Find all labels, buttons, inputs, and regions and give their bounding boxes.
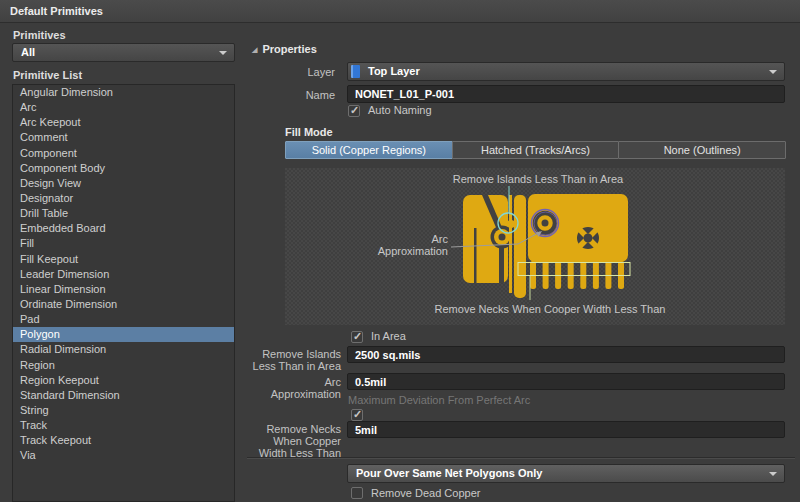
properties-section-header[interactable]: ◢Properties	[252, 43, 317, 55]
annotation-remove-islands: Remove Islands Less Than in Area	[453, 173, 624, 185]
primitives-label: Primitives	[13, 29, 66, 41]
list-item[interactable]: Design View	[13, 176, 234, 191]
primitives-filter-dropdown[interactable]: All	[12, 43, 235, 62]
list-item[interactable]: Track	[13, 418, 234, 433]
primitive-list-label: Primitive List	[13, 69, 82, 81]
chevron-down-icon	[769, 472, 777, 476]
in-area-checkbox[interactable]	[351, 331, 363, 343]
list-item[interactable]: Embedded Board	[13, 221, 234, 236]
in-area-label: In Area	[371, 330, 406, 342]
collapse-triangle-icon: ◢	[252, 46, 257, 53]
name-label: Name	[250, 89, 335, 101]
list-item[interactable]: Ordinate Dimension	[13, 297, 234, 312]
pour-over-value: Pour Over Same Net Polygons Only	[356, 467, 542, 479]
remove-necks-label-line2: When Copper	[240, 435, 341, 447]
copper-region-left	[463, 195, 515, 283]
list-item[interactable]: Via	[13, 448, 234, 463]
remove-dead-copper-label: Remove Dead Copper	[371, 487, 480, 499]
arc-approximation-label-line2: Approximation	[240, 388, 341, 400]
remove-islands-label: Remove Islands Less Than in Area	[240, 348, 341, 372]
layer-value: Top Layer	[368, 65, 420, 77]
list-item[interactable]: Radial Dimension	[13, 342, 234, 357]
list-item[interactable]: Polygon	[13, 327, 234, 342]
list-item[interactable]: Track Keepout	[13, 433, 234, 448]
list-item[interactable]: Designator	[13, 191, 234, 206]
fill-mode-tabs: Solid (Copper Regions)Hatched (Tracks/Ar…	[285, 141, 785, 159]
list-item[interactable]: Component	[13, 146, 234, 161]
fill-mode-illustration: Remove Islands Less Than in Area Arc App…	[285, 168, 785, 325]
arc-approximation-hint: Maximum Deviation From Perfect Arc	[348, 394, 530, 406]
auto-naming-label: Auto Naming	[368, 104, 432, 116]
remove-necks-input[interactable]: 5mil	[347, 421, 785, 438]
fill-mode-header: Fill Mode	[285, 126, 333, 138]
section-divider	[247, 457, 795, 459]
copper-region-right	[528, 194, 628, 262]
list-item[interactable]: Region Keepout	[13, 373, 234, 388]
layer-label: Layer	[250, 66, 335, 78]
list-item[interactable]: Fill	[13, 236, 234, 251]
remove-necks-label-line1: Remove Necks	[240, 423, 341, 435]
list-item[interactable]: Leader Dimension	[13, 267, 234, 282]
arc-approximation-label: Arc Approximation	[240, 376, 341, 400]
annotation-arc-line2: Approximation	[378, 245, 448, 257]
remove-islands-label-line1: Remove Islands	[240, 348, 341, 360]
list-item[interactable]: Component Body	[13, 161, 234, 176]
list-item[interactable]: String	[13, 403, 234, 418]
layer-color-swatch	[351, 65, 360, 78]
name-input[interactable]: NONET_L01_P-001	[347, 85, 785, 103]
chevron-down-icon	[219, 51, 227, 55]
remove-necks-label: Remove Necks When Copper Width Less Than	[240, 423, 341, 459]
list-item[interactable]: Standard Dimension	[13, 388, 234, 403]
chevron-down-icon	[769, 70, 777, 74]
annotation-remove-necks: Remove Necks When Cooper Width Less Than	[435, 303, 666, 315]
list-item[interactable]: Drill Table	[13, 206, 234, 221]
default-primitives-dialog: Default Primitives Primitives All Primit…	[0, 0, 800, 502]
annotation-arc-line1: Arc	[432, 233, 449, 245]
primitives-filter-value: All	[21, 46, 35, 58]
copper-bar	[514, 195, 526, 298]
layer-dropdown[interactable]: Top Layer	[347, 62, 785, 81]
properties-header-label: Properties	[262, 43, 316, 55]
list-item[interactable]: Pad	[13, 312, 234, 327]
list-item[interactable]: Region	[13, 358, 234, 373]
tab-none-outlines[interactable]: None (Outlines)	[618, 141, 786, 159]
list-item[interactable]: Angular Dimension	[13, 85, 234, 100]
list-item[interactable]: Arc	[13, 100, 234, 115]
remove-dead-copper-checkbox[interactable]	[351, 487, 363, 499]
remove-islands-input[interactable]: 2500 sq.mils	[347, 346, 785, 363]
arc-approximation-input[interactable]: 0.5mil	[347, 373, 785, 390]
remove-islands-label-line2: Less Than in Area	[240, 360, 341, 372]
tab-solid-copper-regions[interactable]: Solid (Copper Regions)	[285, 141, 453, 159]
dialog-title: Default Primitives	[0, 0, 800, 23]
list-item[interactable]: Linear Dimension	[13, 282, 234, 297]
list-item[interactable]: Arc Keepout	[13, 115, 234, 130]
tab-hatched-tracks-arcs[interactable]: Hatched (Tracks/Arcs)	[452, 141, 620, 159]
pour-over-dropdown[interactable]: Pour Over Same Net Polygons Only	[347, 464, 785, 483]
remove-necks-checkbox[interactable]	[351, 409, 363, 421]
auto-naming-checkbox[interactable]	[348, 105, 360, 117]
primitive-list[interactable]: Angular DimensionArcArc KeepoutCommentCo…	[12, 84, 235, 502]
list-item[interactable]: Comment	[13, 130, 234, 145]
arc-approximation-label-line1: Arc	[240, 376, 341, 388]
list-item[interactable]: Fill Keepout	[13, 252, 234, 267]
